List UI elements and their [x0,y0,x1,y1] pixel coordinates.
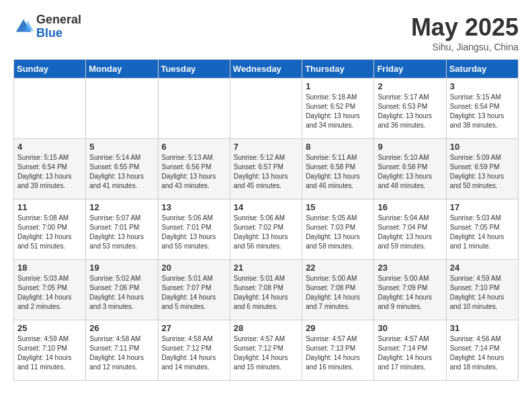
day-header-friday: Friday [374,60,446,79]
calendar-cell: 4Sunrise: 5:15 AM Sunset: 6:54 PM Daylig… [14,139,86,199]
week-row-2: 4Sunrise: 5:15 AM Sunset: 6:54 PM Daylig… [14,139,519,199]
week-row-3: 11Sunrise: 5:08 AM Sunset: 7:00 PM Dayli… [14,199,519,260]
cell-info: Sunrise: 4:57 AM Sunset: 7:12 PM Dayligh… [234,334,298,372]
cell-info: Sunrise: 5:13 AM Sunset: 6:56 PM Dayligh… [162,153,226,191]
day-number: 5 [89,142,154,152]
day-number: 17 [450,202,515,212]
day-header-wednesday: Wednesday [230,60,302,79]
day-number: 28 [234,323,298,333]
cell-info: Sunrise: 5:08 AM Sunset: 7:00 PM Dayligh… [17,214,82,251]
day-number: 15 [306,202,370,212]
day-number: 2 [378,81,442,91]
cell-info: Sunrise: 4:56 AM Sunset: 7:14 PM Dayligh… [450,334,515,372]
day-number: 26 [89,323,154,333]
calendar-cell: 18Sunrise: 5:03 AM Sunset: 7:05 PM Dayli… [14,260,86,320]
cell-info: Sunrise: 5:00 AM Sunset: 7:09 PM Dayligh… [378,274,442,312]
day-number: 8 [306,142,370,152]
day-number: 14 [234,202,298,212]
cell-info: Sunrise: 4:58 AM Sunset: 7:12 PM Dayligh… [162,334,226,372]
day-number: 16 [378,202,442,212]
calendar-cell: 14Sunrise: 5:06 AM Sunset: 7:02 PM Dayli… [230,199,302,260]
calendar-cell: 30Sunrise: 4:57 AM Sunset: 7:14 PM Dayli… [374,320,446,381]
cell-info: Sunrise: 5:01 AM Sunset: 7:08 PM Dayligh… [234,274,298,312]
calendar-cell: 3Sunrise: 5:15 AM Sunset: 6:54 PM Daylig… [446,79,518,139]
cell-info: Sunrise: 5:02 AM Sunset: 7:06 PM Dayligh… [89,274,154,312]
calendar-cell: 24Sunrise: 4:59 AM Sunset: 7:10 PM Dayli… [446,260,518,320]
calendar-cell: 23Sunrise: 5:00 AM Sunset: 7:09 PM Dayli… [374,260,446,320]
cell-info: Sunrise: 4:57 AM Sunset: 7:13 PM Dayligh… [306,334,370,372]
day-number: 23 [378,263,442,273]
calendar-cell: 27Sunrise: 4:58 AM Sunset: 7:12 PM Dayli… [158,320,230,381]
cell-info: Sunrise: 5:01 AM Sunset: 7:07 PM Dayligh… [162,274,226,312]
month-title: May 2025 [411,13,519,42]
calendar-cell: 9Sunrise: 5:10 AM Sunset: 6:58 PM Daylig… [374,139,446,199]
calendar-cell: 22Sunrise: 5:00 AM Sunset: 7:08 PM Dayli… [302,260,374,320]
calendar-cell: 17Sunrise: 5:03 AM Sunset: 7:05 PM Dayli… [446,199,518,260]
calendar-cell: 1Sunrise: 5:18 AM Sunset: 6:52 PM Daylig… [302,79,374,139]
week-row-5: 25Sunrise: 4:59 AM Sunset: 7:10 PM Dayli… [14,320,519,381]
cell-info: Sunrise: 4:59 AM Sunset: 7:10 PM Dayligh… [17,334,82,372]
day-number: 13 [162,202,226,212]
day-header-tuesday: Tuesday [158,60,230,79]
calendar-cell: 31Sunrise: 4:56 AM Sunset: 7:14 PM Dayli… [446,320,518,381]
day-number: 3 [450,81,515,91]
cell-info: Sunrise: 4:59 AM Sunset: 7:10 PM Dayligh… [450,274,515,312]
cell-info: Sunrise: 4:57 AM Sunset: 7:14 PM Dayligh… [378,334,442,372]
day-number: 4 [17,142,82,152]
cell-info: Sunrise: 5:15 AM Sunset: 6:54 PM Dayligh… [450,93,515,130]
day-number: 1 [306,81,370,91]
cell-info: Sunrise: 5:00 AM Sunset: 7:08 PM Dayligh… [306,274,370,312]
week-row-4: 18Sunrise: 5:03 AM Sunset: 7:05 PM Dayli… [14,260,519,320]
calendar-cell: 12Sunrise: 5:07 AM Sunset: 7:01 PM Dayli… [86,199,158,260]
day-number: 30 [378,323,442,333]
day-number: 10 [450,142,515,152]
day-header-saturday: Saturday [446,60,518,79]
header-row: SundayMondayTuesdayWednesdayThursdayFrid… [14,60,519,79]
cell-info: Sunrise: 5:06 AM Sunset: 7:01 PM Dayligh… [162,214,226,251]
day-number: 20 [162,263,226,273]
title-block: May 2025 Sihu, Jiangsu, China [411,13,519,52]
week-row-1: 1Sunrise: 5:18 AM Sunset: 6:52 PM Daylig… [14,79,519,139]
day-number: 21 [234,263,298,273]
calendar-cell: 11Sunrise: 5:08 AM Sunset: 7:00 PM Dayli… [14,199,86,260]
cell-info: Sunrise: 5:18 AM Sunset: 6:52 PM Dayligh… [306,93,370,130]
cell-info: Sunrise: 5:06 AM Sunset: 7:02 PM Dayligh… [234,214,298,251]
cell-info: Sunrise: 5:04 AM Sunset: 7:04 PM Dayligh… [378,214,442,251]
calendar-table: SundayMondayTuesdayWednesdayThursdayFrid… [13,59,519,381]
calendar-cell: 13Sunrise: 5:06 AM Sunset: 7:01 PM Dayli… [158,199,230,260]
day-header-sunday: Sunday [14,60,86,79]
cell-info: Sunrise: 4:58 AM Sunset: 7:11 PM Dayligh… [89,334,154,372]
day-number: 22 [306,263,370,273]
calendar-cell [86,79,158,139]
day-number: 29 [306,323,370,333]
calendar-cell: 16Sunrise: 5:04 AM Sunset: 7:04 PM Dayli… [374,199,446,260]
logo-blue-label: Blue [36,27,81,40]
calendar-cell: 28Sunrise: 4:57 AM Sunset: 7:12 PM Dayli… [230,320,302,381]
day-number: 6 [162,142,226,152]
calendar-cell: 21Sunrise: 5:01 AM Sunset: 7:08 PM Dayli… [230,260,302,320]
calendar-cell: 7Sunrise: 5:12 AM Sunset: 6:57 PM Daylig… [230,139,302,199]
cell-info: Sunrise: 5:09 AM Sunset: 6:59 PM Dayligh… [450,153,515,191]
cell-info: Sunrise: 5:15 AM Sunset: 6:54 PM Dayligh… [17,153,82,191]
day-number: 31 [450,323,515,333]
day-number: 7 [234,142,298,152]
calendar-cell: 15Sunrise: 5:05 AM Sunset: 7:03 PM Dayli… [302,199,374,260]
day-number: 11 [17,202,82,212]
day-number: 12 [89,202,154,212]
cell-info: Sunrise: 5:03 AM Sunset: 7:05 PM Dayligh… [17,274,82,312]
calendar-cell: 5Sunrise: 5:14 AM Sunset: 6:55 PM Daylig… [86,139,158,199]
day-number: 18 [17,263,82,273]
calendar-cell: 29Sunrise: 4:57 AM Sunset: 7:13 PM Dayli… [302,320,374,381]
calendar-cell [158,79,230,139]
cell-info: Sunrise: 5:17 AM Sunset: 6:53 PM Dayligh… [378,93,442,130]
cell-info: Sunrise: 5:07 AM Sunset: 7:01 PM Dayligh… [89,214,154,251]
day-header-thursday: Thursday [302,60,374,79]
day-number: 24 [450,263,515,273]
calendar-cell [14,79,86,139]
calendar-cell: 20Sunrise: 5:01 AM Sunset: 7:07 PM Dayli… [158,260,230,320]
logo-text: General Blue [36,13,81,40]
cell-info: Sunrise: 5:03 AM Sunset: 7:05 PM Dayligh… [450,214,515,251]
calendar-cell: 10Sunrise: 5:09 AM Sunset: 6:59 PM Dayli… [446,139,518,199]
cell-info: Sunrise: 5:12 AM Sunset: 6:57 PM Dayligh… [234,153,298,191]
cell-info: Sunrise: 5:14 AM Sunset: 6:55 PM Dayligh… [89,153,154,191]
